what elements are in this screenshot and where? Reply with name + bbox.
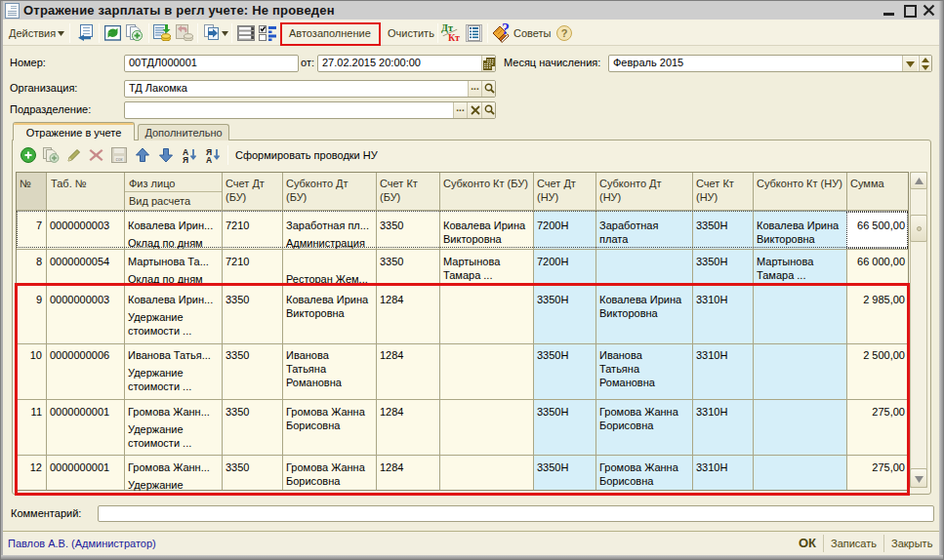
svg-text:А: А [206, 155, 212, 164]
svg-text:сок: сок [116, 157, 123, 162]
svg-text:Я: Я [183, 155, 188, 164]
svg-text:?: ? [561, 27, 568, 39]
